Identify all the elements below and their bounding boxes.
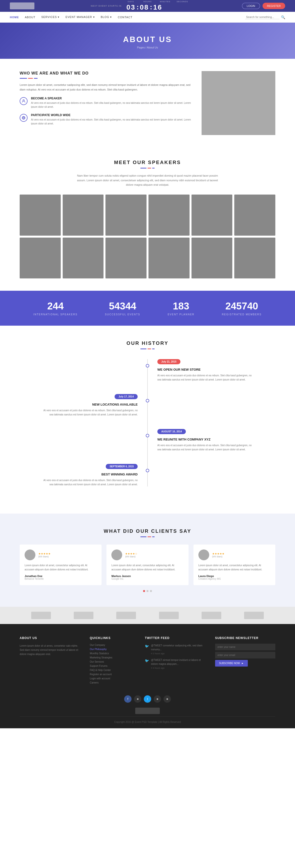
stat-events-label: SUCCESSFUL EVENTS — [105, 313, 140, 316]
breadcrumb: Pages / About Us — [10, 46, 285, 49]
footer-link-marketing[interactable]: Marketing Strategies — [90, 656, 135, 659]
nav-contact[interactable]: CONTACT — [118, 16, 132, 19]
newsletter-name-input[interactable] — [215, 644, 275, 650]
navbar: HOME ABOUT SERVICES ▾ EVENT MANAGER ▾ BL… — [0, 12, 295, 23]
speaker-icon — [20, 97, 28, 105]
footer-brand — [20, 708, 275, 714]
partner-logo-3[interactable] — [116, 612, 136, 619]
speaker-card-10[interactable] — [149, 238, 190, 279]
footer-link-register[interactable]: Register an account — [90, 673, 135, 676]
stat-speakers-label: INTERNATIONAL SPEAKERS — [33, 313, 78, 316]
speaker-card-11[interactable] — [192, 238, 233, 279]
dot-2[interactable] — [146, 590, 149, 592]
footer-link-login[interactable]: Login with account — [90, 677, 135, 680]
tweet-time-2: # 4 hours ago — [151, 667, 205, 669]
speaker-card-9[interactable] — [105, 238, 146, 279]
speaker-card-7[interactable] — [20, 238, 61, 279]
timeline-title-2: NEW LOCATIONS AVAILABLE — [40, 403, 138, 406]
timeline-badge-3: AUGUST 10, 2014 — [157, 429, 186, 434]
timeline-badge-4: SEPTEMBER 6, 2015 — [106, 464, 138, 469]
footer-link-philosophy[interactable]: Our Philosophy — [90, 648, 135, 651]
timeline-desc-1: At vero eos et accusam et justo duo dolo… — [157, 373, 255, 382]
stat-members-label: REGISTRATED MEMBERS — [222, 313, 262, 316]
history-divider — [20, 348, 275, 349]
social-icon-4[interactable]: ■ — [154, 695, 161, 703]
stars-3: ★★★★★ — [212, 552, 224, 555]
speaker-card-5[interactable] — [192, 194, 233, 236]
testimonial-company-3: Creation Agency MS — [198, 578, 270, 580]
stats-section: 244 INTERNATIONAL SPEAKERS 54344 SUCCESS… — [0, 291, 295, 326]
nav-about[interactable]: ABOUT — [25, 16, 35, 19]
speaker-card-6[interactable] — [234, 194, 275, 236]
partner-logo-5[interactable] — [202, 612, 221, 619]
timeline-content-3: AUGUST 10, 2014 WE REUNITE WITH COMPANY … — [148, 429, 263, 452]
footer-link-services[interactable]: Our Services — [90, 660, 135, 663]
slider-dots — [20, 590, 275, 592]
timeline-title-3: WE REUNITE WITH COMPANY XYZ — [157, 438, 255, 441]
tweet-content-2: @TWEET eirmod tempor invidunt ut labore … — [151, 658, 205, 669]
newsletter-email-input[interactable] — [215, 652, 275, 658]
speaker-card-4[interactable] — [149, 194, 190, 236]
clients-divider — [20, 536, 275, 537]
testimonial-avatar-3 — [198, 550, 209, 560]
testimonial-header-3: ★★★★★ (5/5 Stars) — [198, 550, 270, 560]
partner-logo-6[interactable] — [244, 612, 264, 619]
top-bar: NEXT EVENT STARTS IN DAYS HOURS MINUTES … — [0, 0, 295, 12]
speaker-card-8[interactable] — [63, 238, 104, 279]
testimonials-grid: ★★★★★ (5/5 Stars) Lorem ipsum dolor sit … — [20, 545, 275, 585]
testimonial-card-2: ★★★★☆ (5/5 Stars) Lorem ipsum dolor sit … — [106, 545, 188, 585]
logo[interactable] — [10, 2, 34, 9]
stars-label-3: (5/5 Stars) — [212, 555, 224, 558]
testimonial-meta-3: ★★★★★ (5/5 Stars) — [212, 552, 224, 558]
dot-3[interactable] — [150, 590, 152, 592]
footer-link-support[interactable]: Support Forums — [90, 664, 135, 667]
speaker-card-12[interactable] — [234, 238, 275, 279]
about-underline — [20, 78, 192, 79]
stat-planner-label: EVENT PLANNER — [168, 313, 194, 316]
search-icon[interactable]: 🔍 — [281, 15, 285, 19]
twitter-icon[interactable]: t — [144, 695, 151, 703]
subscribe-button[interactable]: SUBSCRIBE NOW ► — [215, 660, 248, 666]
stat-events: 54344 SUCCESSFUL EVENTS — [105, 301, 140, 316]
search-input[interactable] — [245, 15, 280, 19]
search-area: 🔍 — [245, 15, 285, 19]
footer-about-title: About Us — [20, 636, 80, 640]
dot-1[interactable] — [143, 590, 145, 592]
speaker-card-1[interactable] — [20, 194, 61, 236]
footer-link-careers[interactable]: Careers — [90, 681, 135, 684]
testimonial-avatar-1 — [25, 550, 35, 560]
partner-logo-4[interactable] — [159, 612, 179, 619]
tweet-time-1: # 2 hours ago — [151, 652, 205, 655]
nav-home[interactable]: HOME — [10, 16, 19, 19]
countdown-digits: 03 : 08 : 16 — [126, 3, 185, 11]
clients-title: WHAT DID OUR CLIENTS SAY — [20, 528, 275, 534]
timer-section: NEXT EVENT STARTS IN DAYS HOURS MINUTES … — [91, 0, 185, 11]
partner-logo-2[interactable] — [74, 612, 93, 619]
timeline-title-1: WE OPEN OUR NEW STORE — [157, 368, 255, 371]
login-button[interactable]: LOGIN — [242, 3, 260, 9]
stat-speakers: 244 INTERNATIONAL SPEAKERS — [33, 301, 78, 316]
speaker-card-3[interactable] — [105, 194, 146, 236]
footer-newsletter-title: Subscribe Newsletter — [215, 636, 275, 640]
partner-logo-1[interactable] — [31, 612, 51, 619]
stars-1: ★★★★★ — [38, 552, 51, 555]
timeline-content-4: SEPTEMBER 6, 2015 BEST WINNING AWARD At … — [32, 464, 148, 487]
tweet-1: 🐦 @TWEET consetetur sadipscing elitr, se… — [145, 644, 205, 655]
nav-services[interactable]: SERVICES ▾ — [41, 16, 60, 19]
social-icon-5[interactable]: ■ — [163, 695, 171, 703]
footer-link-statistics[interactable]: Monthly Statistics — [90, 652, 135, 655]
speaker-card-2[interactable] — [63, 194, 104, 236]
stars-label-2: (5/5 Stars) — [125, 555, 137, 558]
nav-event-manager[interactable]: EVENT MANAGER ▾ — [65, 16, 95, 19]
next-event-label: NEXT EVENT STARTS IN — [91, 5, 122, 7]
social-icon-2[interactable]: ■ — [134, 695, 141, 703]
footer-link-company[interactable]: Our Company — [90, 644, 135, 646]
tweet-content-1: @TWEET consetetur sadipscing elitr, sed … — [151, 644, 205, 655]
footer-link-faq[interactable]: FAQ & Help Center — [90, 669, 135, 672]
timeline-dot-3 — [146, 434, 149, 437]
register-button[interactable]: REGISTER — [263, 3, 285, 9]
nav-blog[interactable]: BLOG ▾ — [101, 16, 112, 19]
facebook-icon[interactable]: f — [124, 695, 132, 703]
stat-events-number: 54344 — [105, 301, 140, 312]
footer-bottom: Copyright 2016 @ Event PSD Template | Al… — [20, 716, 275, 723]
